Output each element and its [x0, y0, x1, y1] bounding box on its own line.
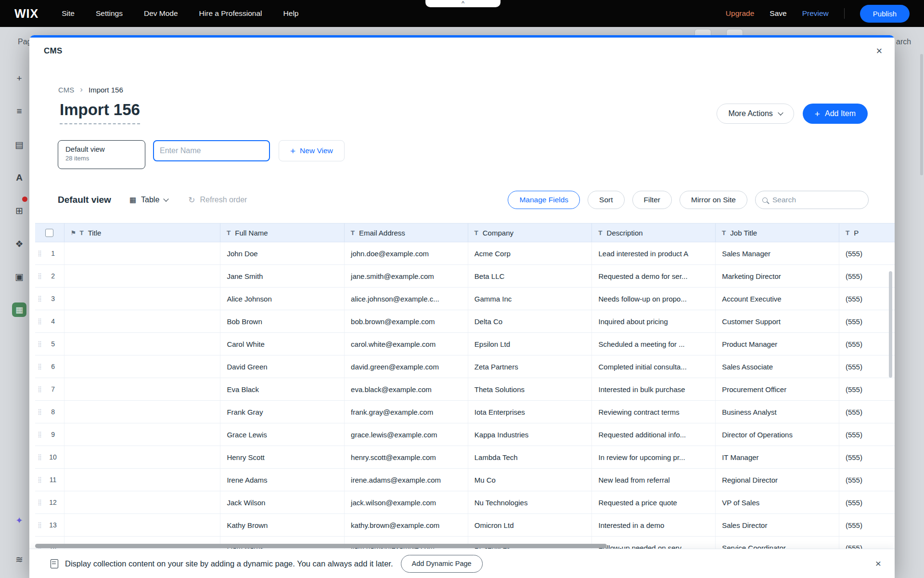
cell-description[interactable]: Inquired about pricing — [591, 310, 715, 332]
drag-handle-icon[interactable]: ⣿ — [38, 250, 42, 257]
cell-phone[interactable]: (555) — [839, 423, 895, 446]
topbar-menu-item[interactable]: Dev Mode — [144, 9, 178, 18]
table-row[interactable]: ⣿ 3 Alice Johnson alice.johnson@example.… — [35, 288, 895, 310]
cell-full-name[interactable]: Jane Smith — [220, 265, 344, 287]
table-row[interactable]: ⣿ 2 Jane Smith jane.smith@example.com Be… — [35, 265, 895, 288]
cell-phone[interactable]: (555) — [839, 355, 895, 378]
drag-handle-icon[interactable]: ⣿ — [38, 431, 42, 438]
new-view-button[interactable]: + New View — [279, 140, 345, 161]
add-item-button[interactable]: + Add Item — [803, 104, 868, 124]
cell-phone[interactable]: (555) — [839, 242, 895, 264]
column-header-title[interactable]: ⚑ T Title — [64, 223, 220, 242]
cell-email[interactable]: henry.scott@example.com — [344, 446, 468, 468]
cell-title[interactable] — [64, 265, 220, 287]
topbar-menu-item[interactable]: Hire a Professional — [199, 9, 262, 18]
cell-full-name[interactable]: Jack Wilson — [220, 491, 344, 513]
cell-full-name[interactable]: Frank Gray — [220, 401, 344, 423]
cell-email[interactable]: frank.gray@example.com — [344, 401, 468, 423]
drag-handle-icon[interactable]: ⣿ — [38, 273, 42, 279]
cell-company[interactable]: Theta Solutions — [468, 378, 592, 400]
cell-full-name[interactable]: David Green — [220, 355, 344, 378]
cell-email[interactable]: alice.johnson@example.c... — [344, 288, 468, 310]
vertical-scrollbar[interactable] — [889, 271, 892, 378]
cell-job-title[interactable]: Regional Director — [715, 469, 839, 491]
cell-description[interactable]: Requested additional info... — [591, 423, 715, 446]
drag-handle-icon[interactable]: ⣿ — [38, 318, 42, 325]
cell-company[interactable]: Mu Co — [468, 469, 592, 491]
column-header-company[interactable]: T Company — [468, 223, 592, 242]
cell-job-title[interactable]: IT Manager — [715, 446, 839, 468]
cell-job-title[interactable]: Sales Director — [715, 514, 839, 536]
cell-job-title[interactable]: Sales Associate — [715, 355, 839, 378]
column-header-phone[interactable]: T P — [839, 223, 895, 242]
cell-company[interactable]: Epsilon Ltd — [468, 333, 592, 355]
cell-job-title[interactable]: Business Analyst — [715, 401, 839, 423]
table-row[interactable]: ⣿ 13 Kathy Brown kathy.brown@example.com… — [35, 514, 895, 537]
column-header-description[interactable]: T Description — [591, 223, 715, 242]
table-search[interactable] — [755, 191, 869, 209]
cell-company[interactable]: Nu Technologies — [468, 491, 592, 513]
breadcrumb-cms-link[interactable]: CMS — [58, 86, 74, 94]
cell-company[interactable]: Omicron Ltd — [468, 514, 592, 536]
collection-title[interactable]: Import 156 — [60, 101, 140, 124]
mirror-on-site-button[interactable]: Mirror on Site — [680, 191, 747, 209]
table-row[interactable]: ⣿ 11 Irene Adams irene.adams@example.com… — [35, 469, 895, 491]
cell-job-title[interactable]: Marketing Director — [715, 265, 839, 287]
cell-email[interactable]: carol.white@example.com — [344, 333, 468, 355]
cell-company[interactable]: Beta LLC — [468, 265, 592, 287]
cell-title[interactable] — [64, 491, 220, 513]
cell-description[interactable]: Needs follow-up on propo... — [591, 288, 715, 310]
cell-title[interactable] — [64, 355, 220, 378]
publish-button[interactable]: Publish — [860, 5, 910, 23]
cell-full-name[interactable]: Alice Johnson — [220, 288, 344, 310]
cell-company[interactable]: Iota Enterprises — [468, 401, 592, 423]
drag-handle-icon[interactable]: ⣿ — [38, 454, 42, 460]
drag-handle-icon[interactable]: ⣿ — [38, 522, 42, 528]
cell-email[interactable]: eva.black@example.com — [344, 378, 468, 400]
view-name-input[interactable] — [153, 140, 270, 161]
drag-handle-icon[interactable]: ⣿ — [38, 499, 42, 506]
cell-job-title[interactable]: Product Manager — [715, 333, 839, 355]
cell-title[interactable] — [64, 401, 220, 423]
cell-title[interactable] — [64, 333, 220, 355]
topbar-menu-item[interactable]: Site — [62, 9, 75, 18]
cell-title[interactable] — [64, 378, 220, 400]
search-input[interactable] — [772, 196, 869, 204]
cell-job-title[interactable]: Account Executive — [715, 288, 839, 310]
column-header-email[interactable]: T Email Address — [344, 223, 468, 242]
drag-handle-icon[interactable]: ⣿ — [38, 295, 42, 302]
cell-description[interactable]: Reviewing contract terms — [591, 401, 715, 423]
cell-phone[interactable]: (555) — [839, 288, 895, 310]
sort-button[interactable]: Sort — [588, 191, 624, 209]
default-view-tab[interactable]: Default view 28 items — [58, 140, 145, 169]
filter-button[interactable]: Filter — [632, 191, 672, 209]
cell-company[interactable]: Kappa Industries — [468, 423, 592, 446]
cell-email[interactable]: grace.lewis@example.com — [344, 423, 468, 446]
cell-title[interactable] — [64, 288, 220, 310]
upgrade-button[interactable]: Upgrade — [726, 9, 754, 18]
cell-email[interactable]: jane.smith@example.com — [344, 265, 468, 287]
layout-dropdown[interactable]: ▦ Table — [129, 196, 168, 204]
preview-button[interactable]: Preview — [802, 9, 829, 18]
cell-phone[interactable]: (555) — [839, 469, 895, 491]
table-row[interactable]: ⣿ 8 Frank Gray frank.gray@example.com Io… — [35, 401, 895, 423]
table-row[interactable]: ⣿ 10 Henry Scott henry.scott@example.com… — [35, 446, 895, 469]
drag-handle-icon[interactable]: ⣿ — [38, 476, 42, 483]
cell-full-name[interactable]: John Doe — [220, 242, 344, 264]
cell-phone[interactable]: (555) — [839, 378, 895, 400]
drag-handle-icon[interactable]: ⣿ — [38, 408, 42, 415]
cell-email[interactable]: jack.wilson@example.com — [344, 491, 468, 513]
drag-handle-icon[interactable]: ⣿ — [38, 363, 42, 370]
cell-phone[interactable]: (555) — [839, 265, 895, 287]
cell-email[interactable]: bob.brown@example.com — [344, 310, 468, 332]
cell-description[interactable]: In review for upcoming pr... — [591, 446, 715, 468]
cell-full-name[interactable]: Grace Lewis — [220, 423, 344, 446]
table-row[interactable]: ⣿ 9 Grace Lewis grace.lewis@example.com … — [35, 423, 895, 446]
more-actions-button[interactable]: More Actions — [717, 104, 794, 124]
cell-email[interactable]: john.doe@example.com — [344, 242, 468, 264]
cell-job-title[interactable]: Customer Support — [715, 310, 839, 332]
cell-title[interactable] — [64, 446, 220, 468]
cell-job-title[interactable]: Service Coordinator — [715, 537, 839, 549]
table-row[interactable]: ⣿ 7 Eva Black eva.black@example.com Thet… — [35, 378, 895, 401]
cell-full-name[interactable]: Henry Scott — [220, 446, 344, 468]
